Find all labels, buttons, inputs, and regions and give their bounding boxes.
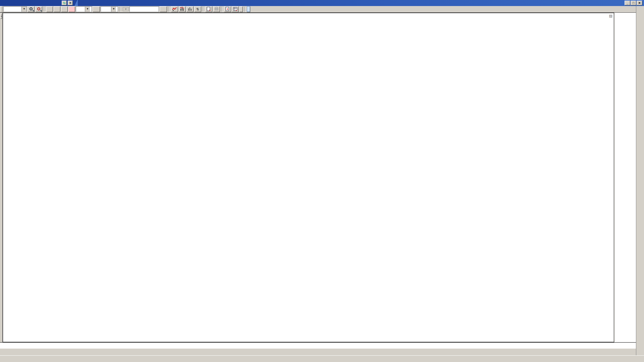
- count-dropdown-disabled: ▼: [123, 7, 129, 11]
- chart-settings-icon[interactable]: ▨: [609, 14, 612, 18]
- bars-icon[interactable]: [186, 6, 194, 12]
- period-month-button[interactable]: [61, 6, 68, 12]
- symbol-combo[interactable]: ▼: [3, 6, 27, 12]
- drawing-toolbar: [636, 6, 644, 355]
- collapse-left-icon[interactable]: ◂: [0, 13, 2, 19]
- table-icon[interactable]: [232, 6, 239, 12]
- swap-icon[interactable]: ⇆: [62, 1, 67, 5]
- period-minute-button[interactable]: [68, 6, 75, 12]
- chevron-down-icon[interactable]: ▼: [21, 7, 26, 12]
- price-chart[interactable]: [3, 13, 614, 342]
- tick-button[interactable]: [93, 6, 100, 12]
- toolbar-handle[interactable]: [0, 6, 3, 12]
- minute-combo[interactable]: ▼: [76, 6, 92, 12]
- search-icon[interactable]: [28, 6, 35, 12]
- bars-signal-icon[interactable]: [179, 6, 186, 12]
- tab-close-icon[interactable]: ✕: [68, 1, 73, 5]
- chevron-down-icon[interactable]: ▼: [85, 7, 90, 12]
- minimize-button[interactable]: _: [625, 1, 630, 5]
- main-toolbar: ▼ ▼ ▼ ▼ ⇅: [0, 6, 644, 13]
- period-week-button[interactable]: [54, 6, 60, 12]
- doc-export-icon[interactable]: [224, 6, 231, 12]
- chart-line-icon[interactable]: [171, 6, 178, 12]
- trading-app-window: ⇆ ✕ _ □ ✕ ▼ ▼ ▼ ▼: [0, 0, 644, 362]
- window-titlebar: ⇆ ✕ _ □ ✕: [0, 0, 644, 6]
- new-doc-icon[interactable]: [205, 6, 212, 12]
- bar-count-input[interactable]: [129, 6, 159, 12]
- sort-arrows-icon[interactable]: ⇅: [194, 6, 201, 12]
- tick-combo[interactable]: ▼: [101, 6, 118, 12]
- time-axis: [0, 342, 636, 349]
- left-splitter[interactable]: ◂: [0, 13, 3, 342]
- individual-button[interactable]: [239, 6, 243, 12]
- print-icon: [213, 6, 220, 12]
- maximize-button[interactable]: □: [631, 1, 636, 5]
- upload-button[interactable]: [247, 6, 250, 12]
- price-axis: [614, 13, 636, 342]
- chart-tab-bar: [0, 355, 644, 362]
- bar-unit-button[interactable]: [160, 6, 167, 12]
- chart-scrollbar-row: [0, 349, 636, 355]
- chart-header: [4, 14, 10, 19]
- chevron-down-icon[interactable]: ▼: [111, 7, 116, 12]
- title-tab-slant: [74, 0, 78, 6]
- period-day-button[interactable]: [46, 6, 53, 12]
- close-button[interactable]: ✕: [637, 1, 642, 5]
- chart-panel[interactable]: ▨: [3, 13, 614, 342]
- search-back-icon[interactable]: [35, 6, 42, 12]
